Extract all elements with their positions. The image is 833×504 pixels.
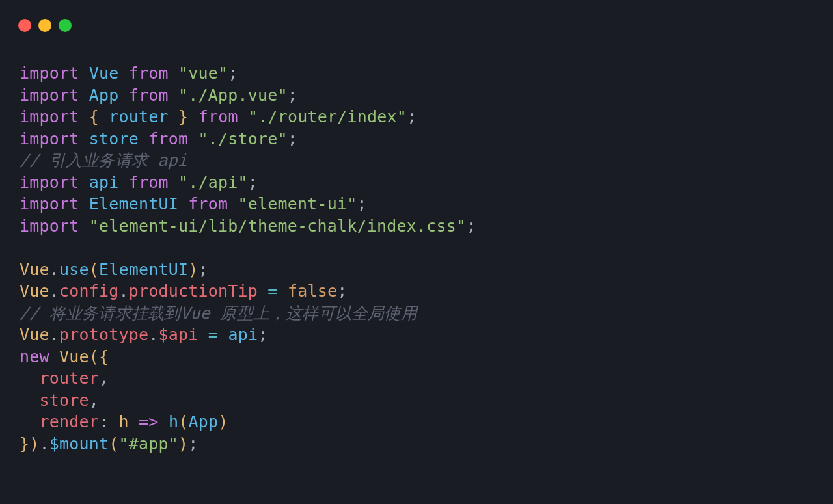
identifier-api: api xyxy=(89,173,119,192)
string-elementui-css: "element-ui/lib/theme-chalk/index.css" xyxy=(89,217,467,235)
string-router-index: "./router/index" xyxy=(248,107,407,126)
prop-prototype: prototype xyxy=(59,325,148,344)
string-element-ui: "element-ui" xyxy=(238,194,357,213)
string-vue: "vue" xyxy=(178,64,228,83)
maximize-icon[interactable] xyxy=(59,19,72,32)
propkey-router: router xyxy=(40,369,100,388)
identifier-router: router xyxy=(109,107,169,126)
keyword-import: import xyxy=(20,64,79,83)
window-titlebar xyxy=(0,0,833,39)
propkey-render: render xyxy=(40,412,100,431)
prop-dollar-api: $api xyxy=(159,325,198,344)
string-store: "./store" xyxy=(198,129,288,148)
string-app-mount: "#app" xyxy=(119,434,179,453)
method-use: use xyxy=(59,260,89,279)
identifier-vue: Vue xyxy=(89,64,119,83)
comment-import-api: // 引入业务请求 api xyxy=(20,151,187,170)
identifier-app: App xyxy=(89,86,119,105)
minimize-icon[interactable] xyxy=(38,19,51,32)
close-icon[interactable] xyxy=(18,19,31,32)
propkey-store: store xyxy=(40,391,89,410)
prop-productiontip: productionTip xyxy=(129,282,258,300)
method-mount: $mount xyxy=(49,434,109,453)
keyword-new: new xyxy=(20,347,49,366)
prop-config: config xyxy=(59,282,119,300)
identifier-store: store xyxy=(89,129,139,148)
identifier-elementui: ElementUI xyxy=(89,194,178,213)
const-false: false xyxy=(288,282,337,300)
string-app-vue: "./App.vue" xyxy=(178,86,288,105)
string-api: "./api" xyxy=(178,173,248,192)
code-editor: import Vue from "vue"; import App from "… xyxy=(0,39,833,455)
comment-prototype: // 将业务请求挂载到Vue 原型上，这样可以全局使用 xyxy=(20,304,417,323)
